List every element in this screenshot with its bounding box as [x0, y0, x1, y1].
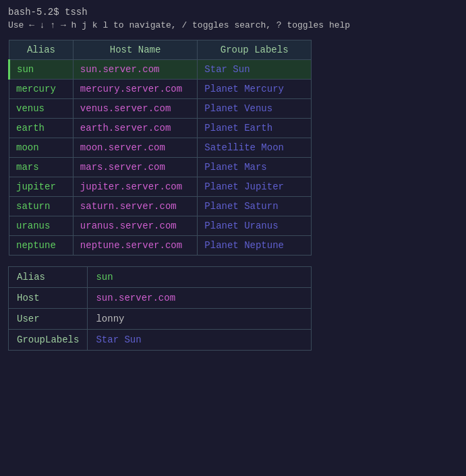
cell-host: saturn.server.com — [73, 197, 197, 216]
cell-alias: earth — [9, 119, 74, 138]
detail-label: User — [9, 309, 88, 330]
detail-value: lonny — [88, 309, 312, 330]
cell-alias: moon — [9, 138, 74, 158]
header-alias: Alias — [9, 40, 74, 60]
cell-host: neptune.server.com — [73, 236, 197, 256]
cell-alias: mars — [9, 158, 74, 177]
detail-value: Star Sun — [88, 330, 312, 351]
table-row[interactable]: uranusuranus.server.comPlanet Uranus — [9, 216, 312, 236]
table-row[interactable]: saturnsaturn.server.comPlanet Saturn — [9, 197, 312, 216]
detail-table: AliassunHostsun.server.comUserlonnyGroup… — [8, 266, 312, 351]
table-header-row: Alias Host Name Group Labels — [9, 40, 312, 60]
cell-alias: neptune — [9, 236, 74, 256]
table-row[interactable]: moonmoon.server.comSatellite Moon — [9, 138, 312, 158]
detail-row: Userlonny — [9, 309, 312, 330]
detail-value: sun — [88, 267, 312, 288]
cell-alias: jupiter — [9, 177, 74, 197]
cell-group: Planet Saturn — [198, 197, 312, 216]
table-row[interactable]: marsmars.server.comPlanet Mars — [9, 158, 312, 177]
table-row[interactable]: venusvenus.server.comPlanet Venus — [9, 99, 312, 119]
header-group-labels: Group Labels — [198, 40, 312, 60]
command-text: tssh — [65, 7, 88, 18]
shell-prompt: bash-5.2$ — [8, 7, 59, 18]
cell-group: Planet Mercury — [198, 80, 312, 99]
detail-label: GroupLabels — [9, 330, 88, 351]
title-bar: bash-5.2$ tssh — [8, 7, 458, 18]
cell-alias: saturn — [9, 197, 74, 216]
cell-group: Planet Jupiter — [198, 177, 312, 197]
detail-label: Host — [9, 288, 88, 309]
cell-group: Star Sun — [198, 60, 312, 80]
detail-value: sun.server.com — [88, 288, 312, 309]
cell-host: earth.server.com — [73, 119, 197, 138]
help-line: Use ← ↓ ↑ → h j k l to navigate, / toggl… — [8, 20, 458, 30]
cell-host: mars.server.com — [73, 158, 197, 177]
cell-host: moon.server.com — [73, 138, 197, 158]
cell-host: mercury.server.com — [73, 80, 197, 99]
header-hostname: Host Name — [73, 40, 197, 60]
cell-group: Planet Neptune — [198, 236, 312, 256]
cell-alias: mercury — [9, 80, 74, 99]
cell-group: Planet Venus — [198, 99, 312, 119]
table-row[interactable]: mercurymercury.server.comPlanet Mercury — [9, 80, 312, 99]
server-table: Alias Host Name Group Labels sunsun.serv… — [8, 40, 312, 256]
cell-host: venus.server.com — [73, 99, 197, 119]
table-row[interactable]: neptuneneptune.server.comPlanet Neptune — [9, 236, 312, 256]
detail-row: GroupLabelsStar Sun — [9, 330, 312, 351]
cell-group: Planet Uranus — [198, 216, 312, 236]
table-row[interactable]: sunsun.server.comStar Sun — [9, 60, 312, 80]
detail-row: Hostsun.server.com — [9, 288, 312, 309]
cell-host: uranus.server.com — [73, 216, 197, 236]
table-row[interactable]: jupiterjupiter.server.comPlanet Jupiter — [9, 177, 312, 197]
cell-alias: uranus — [9, 216, 74, 236]
detail-label: Alias — [9, 267, 88, 288]
cell-alias: sun — [9, 60, 74, 80]
table-row[interactable]: earthearth.server.comPlanet Earth — [9, 119, 312, 138]
cell-host: sun.server.com — [73, 60, 197, 80]
cell-host: jupiter.server.com — [73, 177, 197, 197]
cell-group: Satellite Moon — [198, 138, 312, 158]
detail-row: Aliassun — [9, 267, 312, 288]
cell-group: Planet Earth — [198, 119, 312, 138]
cell-group: Planet Mars — [198, 158, 312, 177]
cell-alias: venus — [9, 99, 74, 119]
